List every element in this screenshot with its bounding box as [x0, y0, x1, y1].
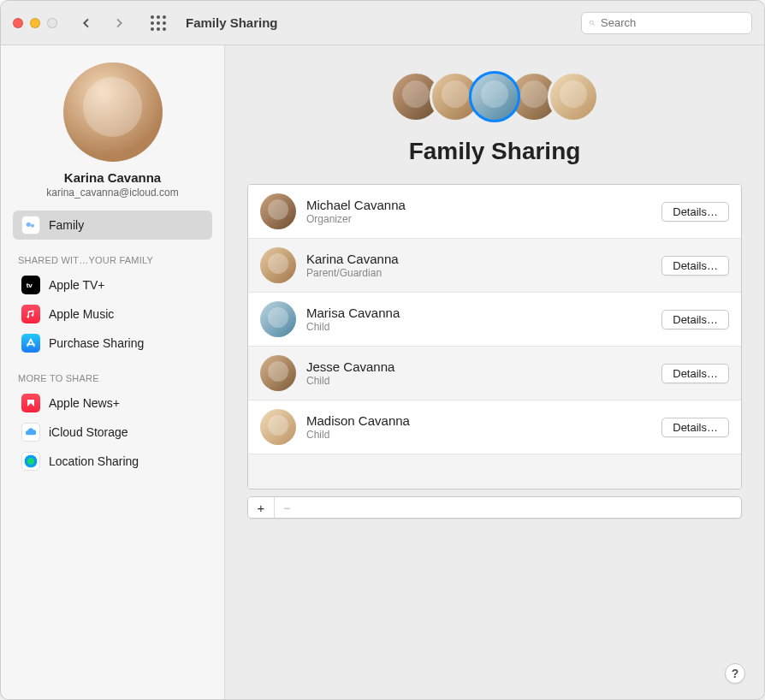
details-button[interactable]: Details… [661, 310, 729, 329]
sidebar-item-apple-news[interactable]: Apple News+ [13, 389, 212, 418]
sidebar-item-label: Purchase Sharing [49, 336, 144, 350]
member-row[interactable]: Marisa Cavanna Child Details… [248, 293, 741, 347]
svg-point-5 [163, 21, 166, 25]
window: Family Sharing Karina Cavanna karina_cav… [0, 0, 765, 700]
svg-point-4 [157, 21, 160, 25]
close-window-button[interactable] [13, 18, 23, 28]
sidebar-item-apple-tv[interactable]: tv Apple TV+ [13, 270, 212, 300]
member-avatar [260, 301, 296, 337]
member-avatar [260, 247, 296, 283]
sidebar-item-label: Family [49, 218, 84, 232]
sidebar-item-apple-music[interactable]: Apple Music [13, 300, 212, 329]
window-controls [13, 18, 66, 28]
avatar-selected[interactable] [469, 71, 520, 122]
member-avatar [260, 193, 296, 229]
member-row[interactable]: Jesse Cavanna Child Details… [248, 347, 741, 400]
back-button[interactable] [74, 13, 98, 33]
member-row[interactable]: Karina Cavanna Parent/Guardian Details… [248, 239, 741, 293]
members-list: Michael Cavanna Organizer Details… Karin… [247, 184, 742, 489]
icloud-icon [21, 423, 40, 442]
svg-point-8 [163, 27, 166, 31]
sidebar-section-more: MORE TO SHARE [18, 373, 207, 383]
search-icon [589, 17, 596, 29]
member-row[interactable]: Michael Cavanna Organizer Details… [248, 185, 741, 239]
forward-button[interactable] [107, 13, 131, 33]
details-button[interactable]: Details… [661, 256, 729, 276]
search-input[interactable] [601, 16, 744, 29]
member-role: Child [306, 321, 651, 333]
profile-email: karina_cavanna@icloud.com [13, 187, 212, 199]
sidebar-item-label: Apple Music [49, 307, 114, 321]
member-name: Marisa Cavanna [306, 306, 651, 320]
sidebar-item-icloud-storage[interactable]: iCloud Storage [13, 418, 212, 447]
search-field[interactable] [581, 12, 752, 34]
member-info: Jesse Cavanna Child [306, 359, 651, 387]
apple-tv-icon: tv [21, 276, 40, 294]
svg-point-11 [27, 222, 31, 227]
details-button[interactable]: Details… [661, 364, 729, 383]
svg-point-9 [590, 21, 593, 24]
hero-title: Family Sharing [247, 138, 742, 165]
member-avatar [260, 355, 296, 391]
member-role: Child [306, 429, 651, 441]
family-avatars [247, 71, 742, 122]
profile-name: Karina Cavanna [13, 170, 212, 185]
member-name: Madison Cavanna [306, 413, 651, 428]
sidebar-item-purchase-sharing[interactable]: Purchase Sharing [13, 329, 212, 358]
purchase-sharing-icon [21, 334, 40, 353]
member-role: Child [306, 375, 651, 387]
sidebar-section-shared: SHARED WIT…YOUR FAMILY [18, 255, 207, 265]
svg-point-1 [157, 15, 160, 19]
member-info: Madison Cavanna Child [306, 413, 651, 441]
details-button[interactable]: Details… [661, 418, 729, 437]
avatar[interactable] [548, 71, 599, 122]
hero: Family Sharing [247, 62, 742, 184]
member-info: Michael Cavanna Organizer [306, 198, 651, 225]
main-pane: Family Sharing Michael Cavanna Organizer… [225, 45, 764, 699]
titlebar: Family Sharing [1, 1, 764, 45]
svg-point-2 [163, 15, 166, 19]
add-member-button[interactable]: + [248, 497, 274, 518]
svg-line-10 [593, 24, 595, 26]
svg-point-3 [151, 21, 154, 25]
add-remove-controls: + − [247, 496, 742, 519]
minimize-window-button[interactable] [30, 18, 40, 28]
apple-news-icon [21, 394, 40, 412]
svg-point-0 [151, 15, 154, 19]
sidebar-item-location-sharing[interactable]: Location Sharing [13, 447, 212, 476]
member-info: Karina Cavanna Parent/Guardian [306, 252, 651, 279]
member-row[interactable]: Madison Cavanna Child Details… [248, 400, 741, 454]
member-info: Marisa Cavanna Child [306, 306, 651, 333]
help-button[interactable]: ? [725, 663, 745, 684]
member-role: Parent/Guardian [306, 267, 651, 279]
svg-point-12 [31, 224, 34, 228]
show-all-preferences-button[interactable] [148, 13, 169, 33]
details-button[interactable]: Details… [661, 202, 729, 222]
window-title: Family Sharing [186, 15, 278, 30]
svg-point-6 [151, 27, 154, 31]
content-split: Karina Cavanna karina_cavanna@icloud.com… [1, 45, 764, 699]
profile-avatar[interactable] [63, 62, 163, 162]
member-role: Organizer [306, 213, 651, 225]
member-empty-row [248, 454, 741, 489]
sidebar-item-label: iCloud Storage [49, 425, 128, 439]
fullscreen-window-button [47, 18, 57, 28]
sidebar-item-label: Apple News+ [49, 396, 120, 410]
member-avatar [260, 409, 296, 445]
member-name: Michael Cavanna [306, 198, 651, 212]
svg-text:tv: tv [27, 282, 33, 289]
profile-block: Karina Cavanna karina_cavanna@icloud.com [13, 62, 212, 211]
family-icon [21, 216, 40, 234]
location-sharing-icon [21, 452, 40, 471]
member-name: Jesse Cavanna [306, 359, 651, 374]
svg-point-7 [157, 27, 160, 31]
remove-member-button[interactable]: − [274, 497, 299, 518]
sidebar-item-label: Location Sharing [49, 454, 139, 468]
member-name: Karina Cavanna [306, 252, 651, 266]
sidebar-item-family[interactable]: Family [13, 211, 212, 240]
sidebar: Karina Cavanna karina_cavanna@icloud.com… [1, 45, 225, 699]
sidebar-item-label: Apple TV+ [49, 278, 105, 292]
apple-music-icon [21, 305, 40, 323]
